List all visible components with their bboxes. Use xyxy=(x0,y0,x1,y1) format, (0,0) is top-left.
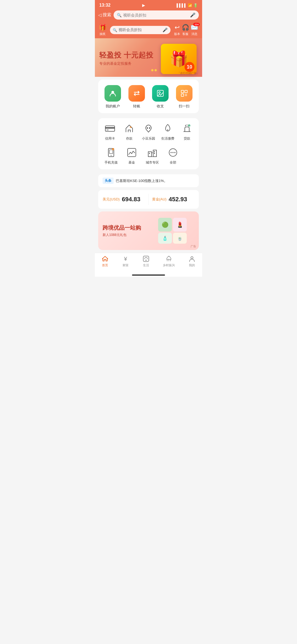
rate-divider xyxy=(148,194,149,205)
service-mobile[interactable]: ¥ 手机充值 xyxy=(101,146,121,165)
gold-rate: 黄金(AU) 452.93 xyxy=(152,196,195,203)
transfer-icon xyxy=(128,85,145,102)
service-deposit[interactable]: ¥ 存款 xyxy=(120,123,139,141)
shopping-title: 跨境优品一站购 xyxy=(103,224,150,232)
service-xiaodou[interactable]: 小豆乐园 xyxy=(139,123,158,141)
status-icons: ▌▌▌▌ 📶 🔋 xyxy=(177,3,198,7)
nav-mine[interactable]: 我的 xyxy=(188,255,196,267)
deposit-label: 存款 xyxy=(126,136,133,141)
message-badge: 224 xyxy=(193,23,200,26)
svg-point-20 xyxy=(111,155,112,156)
nav-rural[interactable]: 乡村振兴 xyxy=(163,255,175,267)
section-divider-1 xyxy=(95,116,202,118)
shopping-sub: 新人1088元礼包 xyxy=(103,233,150,237)
rates-card[interactable]: 美元(USD) 694.83 黄金(AU) 452.93 xyxy=(98,190,199,209)
gold-value: 452.93 xyxy=(169,196,187,203)
svg-rect-11 xyxy=(105,127,115,129)
credit-card-label: 信用卡 xyxy=(105,136,115,141)
life-nav-icon xyxy=(142,255,150,262)
bottom-nav: 首页 ¥ 财富 生活 乡村振兴 我的 xyxy=(95,253,202,273)
mine-nav-icon xyxy=(188,255,196,262)
qa-account[interactable]: 我的账户 xyxy=(105,85,121,109)
svg-rect-29 xyxy=(154,151,155,152)
service-loan[interactable]: e 贷款 xyxy=(177,123,197,141)
back-search[interactable]: ◁ 搜索 xyxy=(98,12,111,18)
svg-rect-7 xyxy=(186,94,187,95)
status-bar: 13:32 ▶ ▌▌▌▌ 📶 🔋 xyxy=(95,0,202,9)
svg-rect-30 xyxy=(154,153,155,154)
message-icon-item[interactable]: ✉️ 224 消息 xyxy=(191,24,198,36)
life-nav-label: 生活 xyxy=(143,263,149,267)
services-row-1: 信用卡 ¥ 存款 小豆乐园 xyxy=(100,123,197,141)
svg-rect-9 xyxy=(186,95,187,96)
income-icon xyxy=(152,85,169,102)
usd-value: 694.83 xyxy=(122,196,140,203)
svg-rect-35 xyxy=(143,256,149,262)
service-all[interactable]: 全部 xyxy=(163,146,183,165)
svg-rect-25 xyxy=(148,152,152,157)
promo-banner[interactable]: 轻盈投 十元起投 专业的基金定投服务 🎁 10 「农行代销广告」 xyxy=(95,38,202,77)
xiaodou-icon xyxy=(142,123,155,135)
qa-scan[interactable]: 扫一扫 xyxy=(176,85,193,109)
qa-transfer[interactable]: 转账 xyxy=(128,85,145,109)
shopping-ad-label: 广告 xyxy=(191,244,196,248)
version-icon-item[interactable]: ↩ 版本 xyxy=(174,24,180,36)
header-icons-row: 🎁 抽奖 🔍 视听会员折扣 🎤 ↩ 版本 🎧 客服 ✉️ 224 消息 xyxy=(95,22,202,38)
all-icon xyxy=(167,146,179,159)
svg-rect-28 xyxy=(149,153,150,154)
svg-point-33 xyxy=(172,152,174,153)
income-label: 收支 xyxy=(157,104,164,109)
loan-icon: e xyxy=(181,123,193,135)
section-divider-2 xyxy=(95,172,202,174)
news-text: 巴基斯坦KSE-100指数上涨1%。 xyxy=(116,178,167,183)
back-icon: ◁ xyxy=(98,12,101,18)
service-fund[interactable]: 基金 xyxy=(122,146,141,165)
nav-home[interactable]: 首页 xyxy=(101,255,109,267)
news-ticker[interactable]: 头条 巴基斯坦KSE-100指数上涨1%。 xyxy=(98,174,199,187)
credit-card-icon xyxy=(104,123,116,135)
service-credit-card[interactable]: 信用卡 xyxy=(100,123,120,141)
fund-icon xyxy=(126,146,138,159)
search-box[interactable]: 🔍 🎤 xyxy=(114,10,199,20)
wealth-nav-label: 财富 xyxy=(123,263,129,267)
search-input[interactable] xyxy=(123,13,188,17)
service-icon-item[interactable]: 🎧 客服 xyxy=(182,24,189,36)
signal-icon: ▌▌▌▌ xyxy=(177,3,187,7)
service-label: 客服 xyxy=(182,32,188,36)
svg-rect-21 xyxy=(109,150,113,154)
mobile-label: 手机充值 xyxy=(105,160,118,165)
nav-icon: ▶ xyxy=(142,3,145,7)
service-bills[interactable]: 生活缴费 xyxy=(158,123,177,141)
home-indicator xyxy=(95,273,202,277)
city-icon xyxy=(146,146,158,159)
svg-rect-12 xyxy=(106,130,109,130)
svg-point-15 xyxy=(147,127,148,129)
lottery-label: 抽奖 xyxy=(100,32,106,36)
qa-income[interactable]: 收支 xyxy=(152,85,169,109)
main-mic-icon[interactable]: 🎤 xyxy=(163,28,168,32)
shopping-banner[interactable]: 跨境优品一站购 新人1088元礼包 🟢 💄 🧴 🍵 广告 xyxy=(98,211,199,250)
home-bar xyxy=(132,275,165,276)
mic-icon[interactable]: 🎤 xyxy=(190,12,196,18)
top-nav: ◁ 搜索 🔍 🎤 xyxy=(95,9,202,22)
status-time: 13:32 xyxy=(99,3,111,8)
wifi-icon: 📶 xyxy=(188,3,192,7)
svg-rect-4 xyxy=(185,90,187,93)
nav-life[interactable]: 生活 xyxy=(142,255,150,267)
banner-ad-label: 「农行代销广告」 xyxy=(177,71,199,75)
lottery-icon-item[interactable]: 🎁 抽奖 xyxy=(99,24,106,36)
scan-label: 扫一扫 xyxy=(179,104,189,109)
main-search-box[interactable]: 🔍 视听会员折扣 🎤 xyxy=(110,26,170,34)
bills-icon xyxy=(162,123,174,135)
account-icon xyxy=(105,85,121,102)
services-row-2: ¥ 手机充值 基金 xyxy=(100,146,197,165)
version-label: 版本 xyxy=(174,32,180,36)
main-search-placeholder: 视听会员折扣 xyxy=(119,28,142,32)
all-label: 全部 xyxy=(170,160,176,165)
svg-point-36 xyxy=(191,257,193,259)
svg-rect-8 xyxy=(185,95,186,96)
news-tag: 头条 xyxy=(103,178,114,184)
search-icon: 🔍 xyxy=(117,13,122,17)
service-city[interactable]: 城市专区 xyxy=(143,146,162,165)
nav-wealth[interactable]: ¥ 财富 xyxy=(122,255,129,267)
